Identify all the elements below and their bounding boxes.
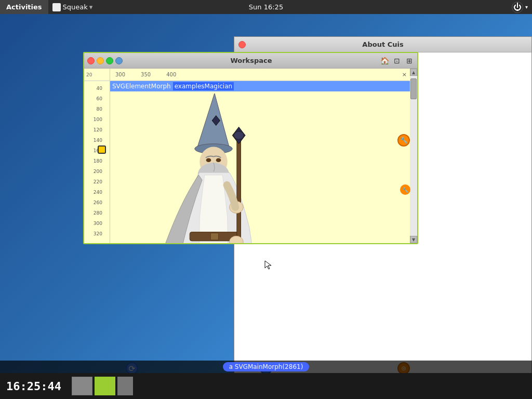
ruler-tick-220: 220 <box>84 177 110 187</box>
selection-bar: SVGElementMorph examplesMagician <box>110 81 410 91</box>
workspace-icon-expand[interactable]: ⊡ <box>392 56 402 65</box>
about-title: About Cuis <box>362 41 403 48</box>
workspace-min-btn[interactable] <box>97 57 104 64</box>
workspace-title: Workspace <box>125 57 378 64</box>
ruler-label: 60 <box>86 96 104 101</box>
system-clock: Sun 16:25 <box>249 3 283 11</box>
wizard-area <box>110 94 410 243</box>
ruler-tick-80: 80 <box>84 104 110 114</box>
app-name: Squeak <box>63 3 88 11</box>
scrollbar-down-btn[interactable]: ▼ <box>410 236 417 243</box>
taskbar-thumb-3[interactable] <box>117 377 133 395</box>
workspace-icon-grid[interactable]: ⊞ <box>405 56 414 65</box>
ruler-label: 140 <box>86 138 104 143</box>
ruler-label: 220 <box>86 179 104 184</box>
workspace-window: Workspace 🏠 ⊡ ⊞ 20 40 60 80 100 120 140 … <box>83 52 418 244</box>
ruler-header-label: 20 <box>86 72 92 77</box>
ruler-tick-40: 40 <box>84 83 110 94</box>
ruler-label: 260 <box>86 200 104 205</box>
ruler-tick-200: 200 <box>84 166 110 177</box>
ruler-label: 200 <box>86 169 104 174</box>
workspace-close-btn[interactable] <box>87 57 95 64</box>
ruler-tick-320: 320 <box>84 229 110 239</box>
workspace-add-btn[interactable] <box>106 57 113 64</box>
workspace-right-icon[interactable] <box>400 184 410 195</box>
scrollbar-track[interactable] <box>410 76 417 236</box>
ruler-tick-240: 240 <box>84 187 110 197</box>
morph-handle[interactable] <box>98 145 106 154</box>
power-dropdown-icon[interactable]: ▾ <box>525 4 528 10</box>
workspace-title-icons: 🏠 ⊡ ⊞ <box>380 56 414 65</box>
ruler-tick-140: 140 <box>84 135 110 145</box>
ruler-tick-100: 100 <box>84 114 110 125</box>
app-dropdown-icon: ▾ <box>89 3 93 11</box>
svg-rect-9 <box>237 136 241 243</box>
taskbar-thumb-2[interactable] <box>95 377 115 395</box>
taskbar: 16:25:44 <box>0 373 532 399</box>
selection-morph-label: SVGElementMorph <box>112 83 171 90</box>
about-close-button[interactable] <box>238 41 246 48</box>
ruler-top-400: 400 <box>166 72 176 77</box>
workspace-extra-btn[interactable] <box>115 57 123 64</box>
desktop-icon-settings[interactable]: 🔧 <box>396 133 411 148</box>
ruler-tick-120: 120 <box>84 125 110 135</box>
ruler-label: 100 <box>86 117 104 122</box>
ruler-tick-280: 280 <box>84 208 110 218</box>
ruler: 20 40 60 80 100 120 140 160 180 200 220 … <box>84 69 110 243</box>
scrollbar-thumb[interactable] <box>410 78 417 99</box>
power-button[interactable]: ⏻ <box>512 2 523 13</box>
ruler-tick-60: 60 <box>84 94 110 104</box>
taskbar-thumbs <box>68 377 133 395</box>
ruler-body: 40 60 80 100 120 140 160 180 200 220 240… <box>84 81 110 239</box>
svg-rect-8 <box>210 233 218 240</box>
wizard-svg <box>121 94 328 243</box>
workspace-titlebar: Workspace 🏠 ⊡ ⊞ <box>84 53 417 69</box>
ruler-header: 20 <box>84 69 110 81</box>
ruler-label: 280 <box>86 210 104 216</box>
ruler-label: 240 <box>86 190 104 195</box>
svg-point-11 <box>234 131 244 139</box>
ruler-label: 40 <box>86 86 104 91</box>
top-ruler-close[interactable]: × <box>402 71 407 78</box>
ruler-label: 120 <box>86 127 104 132</box>
ruler-tick-260: 260 <box>84 197 110 208</box>
ruler-tick-300: 300 <box>84 218 110 229</box>
ruler-tick-180: 180 <box>84 156 110 166</box>
taskbar-time: 16:25:44 <box>0 380 68 393</box>
selection-highlight[interactable]: examplesMagician <box>173 82 234 90</box>
app-menu[interactable]: Squeak ▾ <box>48 0 97 14</box>
app-icon <box>52 3 61 11</box>
ruler-label: 80 <box>86 107 104 112</box>
about-titlebar: About Cuis <box>234 37 531 52</box>
workspace-content[interactable]: 300 350 400 × SVGElementMorph examplesMa… <box>110 69 410 243</box>
top-ruler: 300 350 400 × <box>110 69 410 81</box>
activities-button[interactable]: Activities <box>0 0 48 14</box>
workspace-inner: 20 40 60 80 100 120 140 160 180 200 220 … <box>84 69 417 243</box>
ruler-top-350: 350 <box>141 72 151 77</box>
statusbar-text: a SVGMainMorph(2861) <box>223 362 310 371</box>
topbar: Activities Squeak ▾ Sun 16:25 ⏻ ▾ <box>0 0 532 14</box>
ruler-top-300: 300 <box>115 72 125 77</box>
v-scrollbar[interactable]: ▲ ▼ <box>410 69 417 243</box>
workspace-icon-house[interactable]: 🏠 <box>380 56 389 65</box>
ruler-label: 320 <box>86 231 104 236</box>
scrollbar-up-btn[interactable]: ▲ <box>410 69 417 76</box>
statusbar: a SVGMainMorph(2861) <box>0 361 532 373</box>
ruler-label: 180 <box>86 158 104 164</box>
svg-point-5 <box>206 158 211 162</box>
svg-point-6 <box>216 158 221 162</box>
settings-icon-inner: 🔧 <box>397 134 410 147</box>
ruler-label: 300 <box>86 221 104 226</box>
taskbar-thumb-1[interactable] <box>72 377 92 395</box>
